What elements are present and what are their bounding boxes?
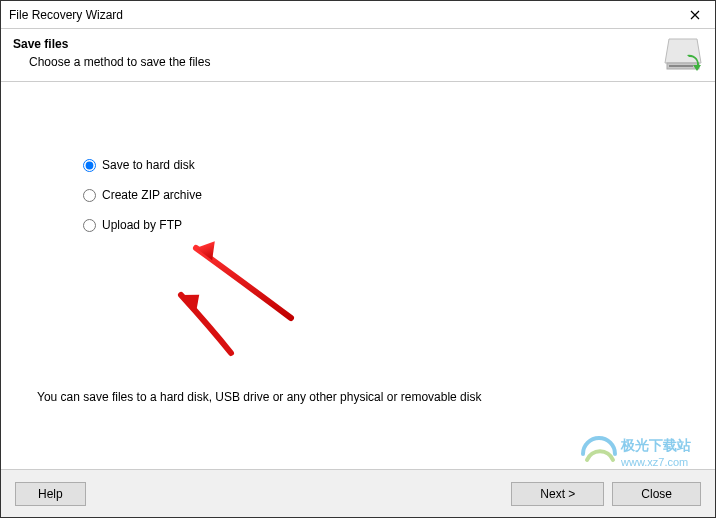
radio-save-hard-disk[interactable]: Save to hard disk — [83, 158, 679, 172]
header-divider — [1, 81, 715, 82]
svg-marker-3 — [181, 292, 202, 314]
close-button[interactable]: Close — [612, 482, 701, 506]
radio-input-ftp[interactable] — [83, 219, 96, 232]
radio-create-zip[interactable]: Create ZIP archive — [83, 188, 679, 202]
radio-label-ftp[interactable]: Upload by FTP — [102, 218, 182, 232]
close-icon — [690, 10, 700, 20]
svg-rect-1 — [669, 65, 693, 67]
save-method-radio-group: Save to hard disk Create ZIP archive Upl… — [37, 158, 679, 232]
window-close-button[interactable] — [675, 1, 715, 29]
window-title: File Recovery Wizard — [9, 8, 123, 22]
next-button[interactable]: Next > — [511, 482, 604, 506]
titlebar: File Recovery Wizard — [1, 1, 715, 29]
description-text: You can save files to a hard disk, USB d… — [37, 390, 481, 404]
radio-input-hard-disk[interactable] — [83, 159, 96, 172]
radio-label-zip[interactable]: Create ZIP archive — [102, 188, 202, 202]
wizard-header: Save files Choose a method to save the f… — [1, 29, 715, 81]
page-title: Save files — [13, 37, 703, 51]
button-bar: Help Next > Close — [1, 469, 715, 517]
wizard-body: Save to hard disk Create ZIP archive Upl… — [1, 158, 715, 518]
radio-label-hard-disk[interactable]: Save to hard disk — [102, 158, 195, 172]
page-subtitle: Choose a method to save the files — [13, 55, 703, 69]
help-button[interactable]: Help — [15, 482, 86, 506]
radio-input-zip[interactable] — [83, 189, 96, 202]
wizard-window: File Recovery Wizard Save files Choose a… — [0, 0, 716, 518]
radio-upload-ftp[interactable]: Upload by FTP — [83, 218, 679, 232]
svg-marker-2 — [196, 241, 221, 264]
disk-save-icon — [663, 35, 703, 78]
